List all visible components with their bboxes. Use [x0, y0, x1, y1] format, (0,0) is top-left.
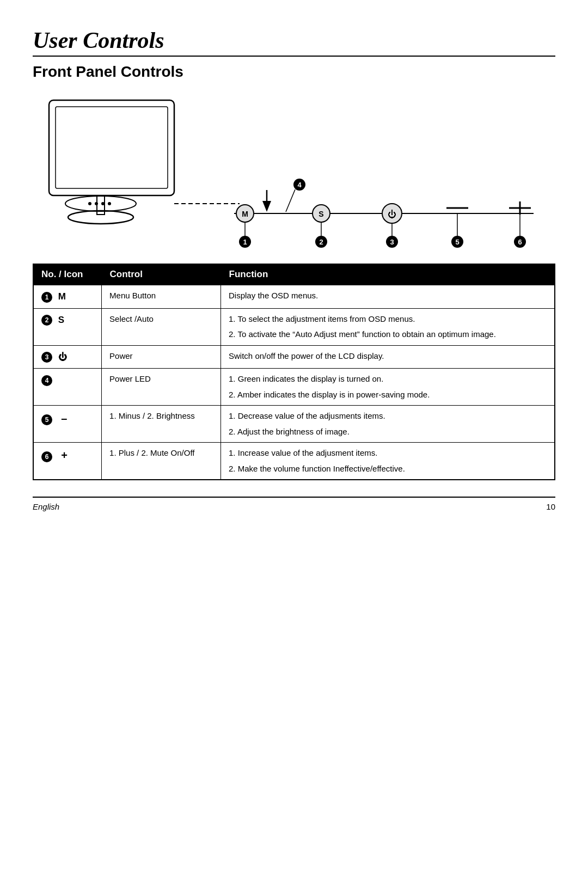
num-badge-3: 3: [41, 352, 52, 363]
svg-text:⏻: ⏻: [388, 210, 396, 219]
icon-cell-4: 4: [33, 369, 102, 406]
icon-cell-5: 5 –: [33, 406, 102, 443]
table-row: 3 ⏻ Power Switch on/off the power of the…: [33, 345, 555, 369]
icon-label-1: M: [58, 291, 66, 302]
svg-text:3: 3: [390, 238, 394, 246]
controls-table: No. / Icon Control Function 1 M Menu But…: [33, 264, 555, 480]
diagram-area: 4 M 1 S 2 ⏻ 3 5: [33, 89, 555, 253]
function-cell-1: Display the OSD menus.: [221, 285, 555, 308]
num-badge-4: 4: [41, 375, 52, 386]
function-cell-4: 1. Green indicates the display is turned…: [221, 369, 555, 406]
col-header-control: Control: [102, 264, 221, 285]
svg-rect-0: [49, 100, 174, 195]
svg-marker-11: [262, 201, 271, 212]
svg-text:5: 5: [455, 238, 459, 246]
minus-icon: –: [58, 412, 68, 424]
footer: English 10: [33, 497, 555, 511]
function-cell-6: 1. Increase value of the adjusment items…: [221, 443, 555, 480]
icon-label-2: S: [58, 315, 64, 325]
icon-cell-1: 1 M: [33, 285, 102, 308]
plus-icon: +: [58, 449, 68, 461]
table-row: 2 S Select /Auto 1. To select the adjust…: [33, 308, 555, 345]
svg-text:S: S: [318, 210, 323, 218]
table-row: 4 Power LED 1. Green indicates the displ…: [33, 369, 555, 406]
svg-point-7: [101, 202, 105, 205]
power-icon: ⏻: [58, 352, 67, 362]
icon-cell-6: 6 +: [33, 443, 102, 480]
control-cell-3: Power: [102, 345, 221, 369]
footer-language: English: [33, 502, 59, 511]
table-row: 6 + 1. Plus / 2. Mute On/Off 1. Increase…: [33, 443, 555, 480]
svg-point-5: [88, 202, 91, 205]
num-badge-5: 5: [41, 414, 52, 425]
function-cell-5: 1. Decrease value of the adjusments item…: [221, 406, 555, 443]
page-title: User Controls: [33, 27, 555, 53]
svg-rect-1: [56, 107, 168, 188]
control-cell-5: 1. Minus / 2. Brightness: [102, 406, 221, 443]
col-header-function: Function: [221, 264, 555, 285]
section-title: Front Panel Controls: [33, 63, 555, 81]
num-badge-1: 1: [41, 292, 52, 303]
col-header-icon: No. / Icon: [33, 264, 102, 285]
control-cell-6: 1. Plus / 2. Mute On/Off: [102, 443, 221, 480]
svg-text:4: 4: [297, 181, 302, 189]
icon-cell-2: 2 S: [33, 308, 102, 345]
function-cell-2: 1. To select the adjustment items from O…: [221, 308, 555, 345]
svg-text:2: 2: [319, 238, 323, 246]
table-row: 1 M Menu Button Display the OSD menus.: [33, 285, 555, 308]
svg-point-3: [68, 211, 133, 224]
footer-page-number: 10: [546, 502, 555, 511]
function-cell-3: Switch on/off the power of the LCD displ…: [221, 345, 555, 369]
control-cell-2: Select /Auto: [102, 308, 221, 345]
svg-text:1: 1: [243, 238, 247, 246]
table-row: 5 – 1. Minus / 2. Brightness 1. Decrease…: [33, 406, 555, 443]
svg-point-4: [65, 196, 136, 211]
icon-cell-3: 3 ⏻: [33, 345, 102, 369]
num-badge-2: 2: [41, 315, 52, 326]
svg-point-6: [95, 202, 98, 205]
title-divider: [33, 56, 555, 57]
control-cell-4: Power LED: [102, 369, 221, 406]
svg-point-8: [108, 202, 111, 205]
num-badge-6: 6: [41, 451, 52, 462]
svg-text:M: M: [242, 210, 248, 218]
svg-line-14: [286, 189, 295, 212]
control-cell-1: Menu Button: [102, 285, 221, 308]
front-panel-diagram: 4 M 1 S 2 ⏻ 3 5: [33, 89, 555, 253]
svg-text:6: 6: [518, 238, 522, 246]
